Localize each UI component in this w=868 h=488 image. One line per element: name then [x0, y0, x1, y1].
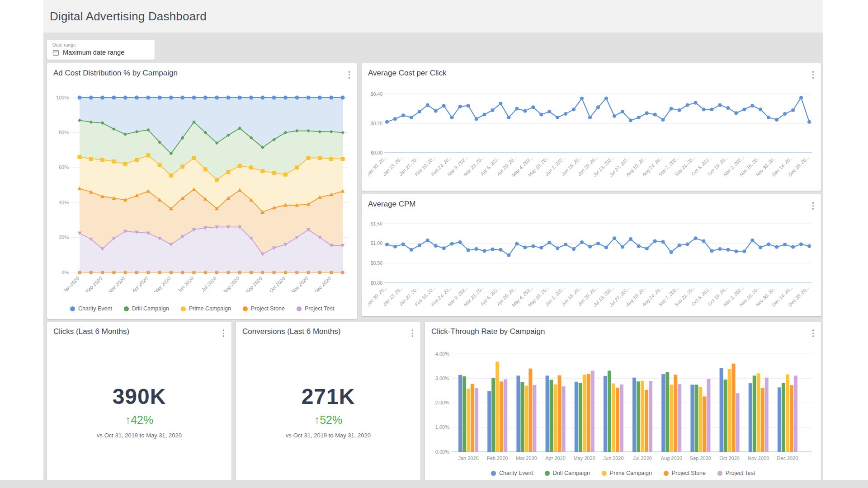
y-grid: $0.40$0.20$0.00: [371, 91, 812, 155]
legend-label: Drill Campaign: [553, 470, 590, 476]
calendar-icon: [52, 49, 59, 56]
click-through-rate-chart: 4.00%3.00%2.00%1.00%0.00%Jan 2020Feb 202…: [431, 337, 815, 475]
svg-text:Dec 2020: Dec 2020: [777, 455, 798, 461]
svg-text:Apr 2020: Apr 2020: [545, 455, 566, 461]
svg-text:Jun 2020: Jun 2020: [176, 275, 195, 292]
legend-dot: [181, 306, 186, 311]
svg-text:60%: 60%: [59, 164, 69, 170]
kpi-change-badge: ↑52%: [236, 413, 420, 427]
svg-text:May 2020: May 2020: [152, 275, 172, 292]
svg-text:Feb 2020: Feb 2020: [85, 275, 104, 292]
card-average-cpm: Average CPM $1.50$1.00$0.50$0.00Dec 30, …: [362, 194, 821, 316]
svg-text:Jan 2020: Jan 2020: [61, 275, 80, 292]
svg-text:Jun 2020: Jun 2020: [603, 455, 623, 461]
kpi-compare-text: vs Oct 31, 2019 to May 31, 2020: [236, 432, 420, 439]
card-title: Ad Cost Distribution % by Campaign: [53, 69, 178, 78]
svg-text:Sep 2020: Sep 2020: [244, 275, 263, 292]
svg-text:Sep 2020: Sep 2020: [690, 455, 711, 461]
legend-label: Project Stone: [251, 305, 285, 312]
card-average-cost-per-click: Average Cost per Click $0.40$0.20$0.00De…: [362, 63, 821, 191]
legend-item-drill-campaign[interactable]: Drill Campaign: [545, 470, 590, 476]
x-labels: Dec 30, 20...Jan 13, 20...Jan 27, 20...F…: [368, 285, 810, 308]
svg-text:Jul 2020: Jul 2020: [200, 275, 217, 292]
card-menu-button[interactable]: [346, 69, 353, 81]
svg-text:20%: 20%: [59, 235, 69, 240]
card-title: Clicks (Last 6 Months): [53, 327, 129, 336]
svg-text:Jul 2020: Jul 2020: [633, 455, 652, 461]
legend-item-charity-event[interactable]: Charity Event: [70, 305, 112, 312]
legend-dot: [717, 471, 722, 476]
svg-text:40%: 40%: [59, 200, 69, 205]
dashboard: Digital Advertising Dashboard Date range…: [43, 0, 823, 488]
kebab-vertical-icon: [349, 71, 350, 73]
ad_cost-svg: 100%80%60%40%20%0%Jan 2020Feb 2020Mar 20…: [53, 80, 351, 292]
legend-dot: [602, 471, 607, 476]
svg-text:$0.00: $0.00: [371, 280, 382, 286]
svg-text:$1.50: $1.50: [371, 221, 382, 226]
bottom-strip: [0, 480, 868, 488]
legend-dot: [243, 306, 248, 311]
x-labels: Dec 30, 20...Jan 13, 20...Jan 27, 20...F…: [368, 155, 810, 178]
card-menu-button[interactable]: [810, 327, 817, 339]
kebab-vertical-icon: [812, 71, 814, 73]
y-grid: $1.50$1.00$0.50$0.00: [371, 221, 812, 286]
kpi-value: 271K: [236, 384, 420, 409]
legend-item-drill-campaign[interactable]: Drill Campaign: [124, 305, 169, 312]
card-menu-button[interactable]: [810, 200, 817, 212]
kpi-body: 390K ↑42% vs Oct 31, 2019 to May 31, 202…: [47, 384, 231, 439]
header-bar: Digital Advertising Dashboard: [43, 0, 823, 33]
svg-text:Apr 2020: Apr 2020: [130, 275, 149, 292]
svg-text:Oct 2020: Oct 2020: [719, 455, 740, 461]
legend-item-project-stone[interactable]: Project Stone: [664, 470, 706, 476]
svg-text:2.00%: 2.00%: [435, 400, 449, 405]
legend-label: Project Test: [726, 470, 755, 476]
svg-text:Oct 2020: Oct 2020: [268, 275, 287, 292]
card-clicks-kpi: Clicks (Last 6 Months) 390K ↑42% vs Oct …: [47, 322, 231, 481]
legend-item-prime-campaign[interactable]: Prime Campaign: [602, 470, 652, 476]
card-menu-button[interactable]: [409, 327, 416, 339]
legend-item-charity-event[interactable]: Charity Event: [491, 470, 533, 476]
svg-text:Mar 2020: Mar 2020: [516, 455, 537, 461]
page: Digital Advertising Dashboard Date range…: [0, 0, 868, 488]
kebab-vertical-icon: [412, 329, 414, 331]
series-average-cost-per-click: [385, 96, 811, 124]
kpi-value: 390K: [47, 384, 231, 409]
svg-text:Jan 2020: Jan 2020: [458, 455, 478, 461]
card-ad-cost-distribution: Ad Cost Distribution % by Campaign 100%8…: [47, 63, 357, 319]
legend-label: Charity Event: [78, 305, 112, 312]
svg-text:Mar 2020: Mar 2020: [107, 275, 126, 292]
average-cost-per-click-chart: $0.40$0.20$0.00Dec 30, 20...Jan 13, 20..…: [368, 77, 815, 191]
legend-label: Charity Event: [499, 470, 533, 476]
date-range-filter[interactable]: Date range Maximum date range: [47, 40, 155, 60]
stacked-areas: [80, 98, 343, 272]
svg-text:$0.50: $0.50: [371, 260, 382, 266]
card-menu-button[interactable]: [220, 327, 227, 339]
legend-label: Prime Campaign: [189, 305, 231, 312]
legend-item-project-test[interactable]: Project Test: [717, 470, 755, 476]
svg-text:Dec 2020: Dec 2020: [313, 275, 332, 292]
ctr-chart-legend: Charity EventDrill CampaignPrime Campaig…: [425, 470, 821, 476]
svg-text:0%: 0%: [61, 270, 69, 275]
svg-text:$0.00: $0.00: [371, 150, 382, 155]
svg-text:Nov 2020: Nov 2020: [748, 455, 769, 461]
legend-item-prime-campaign[interactable]: Prime Campaign: [181, 305, 231, 312]
svg-text:100%: 100%: [56, 95, 69, 100]
card-title: Click-Through Rate by Campaign: [431, 327, 545, 336]
cpc-svg: $0.40$0.20$0.00Dec 30, 20...Jan 13, 20..…: [368, 77, 815, 191]
legend-dot: [297, 306, 302, 311]
legend-label: Project Test: [305, 305, 334, 312]
kebab-vertical-icon: [812, 202, 814, 204]
card-title: Average Cost per Click: [368, 69, 447, 78]
legend-dot: [545, 471, 550, 476]
content-area: Date range Maximum date range Ad Cost Di…: [43, 33, 823, 488]
svg-text:Nov 2020: Nov 2020: [290, 275, 309, 292]
svg-text:Feb 2020: Feb 2020: [487, 455, 508, 461]
legend-item-project-stone[interactable]: Project Stone: [243, 305, 285, 312]
legend-item-project-test[interactable]: Project Test: [297, 305, 334, 312]
svg-text:3.00%: 3.00%: [435, 375, 449, 381]
cpm-svg: $1.50$1.00$0.50$0.00Dec 30, 20...Jan 13,…: [368, 208, 815, 317]
svg-text:1.00%: 1.00%: [435, 424, 449, 430]
card-menu-button[interactable]: [810, 69, 817, 81]
x-labels: Jan 2020Feb 2020Mar 2020Apr 2020May 2020…: [61, 275, 332, 292]
ad-cost-chart-legend: Charity EventDrill CampaignPrime Campaig…: [47, 305, 357, 312]
